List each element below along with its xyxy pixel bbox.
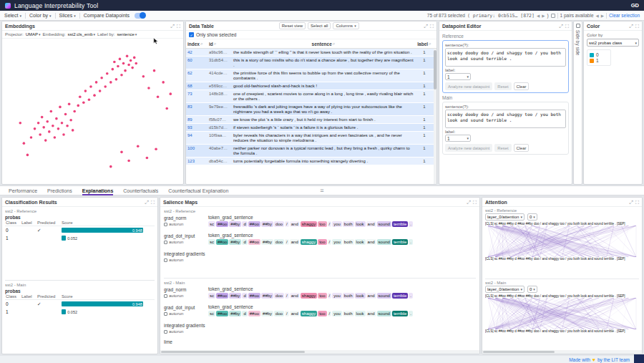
salience-token[interactable]: / (285, 311, 289, 316)
columns-dropdown[interactable]: Columns▾ (333, 22, 358, 29)
prev-datapoint-button[interactable]: ◀ (537, 14, 540, 18)
salience-token[interactable]: ##oo (216, 311, 228, 316)
embedding-point[interactable] (99, 89, 102, 92)
embedding-point[interactable] (122, 62, 125, 65)
salience-token[interactable]: ##oo (248, 221, 260, 227)
reset-button[interactable]: Reset (494, 144, 511, 152)
embedding-point[interactable] (57, 127, 60, 130)
drag-handle-icon[interactable]: ≡ (320, 186, 323, 195)
select-menu[interactable]: Select▾ (4, 13, 21, 18)
table-row[interactable]: 10040abe7…neither parker nor donovan is … (186, 145, 434, 158)
label-select[interactable]: 1▾ (445, 135, 471, 142)
vertical-scrollbar[interactable] (434, 49, 436, 184)
popout-icon[interactable]: ⤢ (424, 24, 428, 29)
tab-predictions[interactable]: Predictions (47, 186, 72, 195)
tab-explanations[interactable]: Explanations (82, 186, 114, 195)
salience-token[interactable]: look (355, 311, 366, 316)
salience-token[interactable]: too (318, 293, 326, 299)
salience-token[interactable]: and (290, 221, 300, 227)
layer-select[interactable]: layer_0/attention▾ (485, 213, 525, 221)
column-header-index[interactable]: index⌕ (186, 41, 208, 47)
autorun-control[interactable]: autorun (164, 311, 208, 316)
embedding-point[interactable] (157, 95, 160, 98)
embedding-point[interactable] (130, 59, 132, 62)
embedding-point[interactable] (61, 122, 64, 125)
search-icon[interactable]: ⌕ (200, 41, 203, 47)
salience-token[interactable]: terrible (392, 221, 408, 227)
salience-token[interactable]: sc (208, 221, 215, 227)
embedding-point[interactable] (100, 77, 103, 79)
reset-button[interactable]: Reset (494, 82, 511, 90)
salience-token[interactable]: shaggy (301, 311, 317, 316)
embedding-point[interactable] (30, 136, 33, 139)
salience-token[interactable]: d (242, 221, 247, 227)
color-by-select[interactable]: sst2 probas class▾ (587, 39, 639, 47)
salience-token[interactable]: / (328, 293, 332, 299)
embedding-point[interactable] (50, 110, 53, 113)
embedding-point[interactable] (62, 133, 65, 136)
embedding-point[interactable] (69, 119, 72, 122)
next-datapoint-button[interactable]: ▶ (542, 14, 545, 18)
salience-token[interactable]: and (290, 239, 300, 245)
salience-token[interactable]: and (366, 221, 376, 227)
embedding-point[interactable] (52, 125, 54, 127)
head-select[interactable]: 0▾ (527, 286, 537, 293)
salience-token[interactable]: . (409, 221, 413, 227)
salience-token[interactable]: and (366, 311, 376, 316)
column-header-label[interactable]: label⌕ (415, 41, 434, 47)
embedding-point[interactable] (120, 74, 123, 77)
salience-token[interactable]: . (409, 293, 413, 299)
salience-token[interactable]: ##by (229, 239, 241, 245)
search-icon[interactable]: ⌕ (333, 41, 336, 47)
salience-token[interactable]: look (355, 293, 366, 299)
salience-token[interactable]: too (318, 239, 326, 245)
salience-token[interactable]: / (328, 311, 332, 316)
embedding-point[interactable] (68, 103, 71, 106)
salience-token[interactable]: d (242, 239, 247, 245)
tab-performance[interactable]: Performance (9, 186, 37, 195)
only-show-selected-checkbox[interactable]: ✓ (189, 32, 194, 37)
embedding-point[interactable] (26, 154, 29, 157)
embedding-point[interactable] (131, 67, 134, 69)
table-row[interactable]: 73148b38…one of creepiest , scariest mov… (186, 90, 434, 103)
popout-icon[interactable]: ⤢ (559, 24, 563, 29)
salience-token[interactable]: shaggy (301, 239, 317, 245)
embedding-point[interactable] (41, 116, 44, 119)
embedding-point[interactable] (39, 133, 42, 136)
popout-icon[interactable]: ⤢ (629, 24, 633, 29)
corner-widget[interactable] (634, 354, 644, 363)
popout-icon[interactable]: ⤢ (467, 200, 471, 205)
embedding-point[interactable] (82, 102, 85, 105)
embedding-point[interactable] (55, 117, 58, 120)
search-icon[interactable]: ⌕ (429, 41, 431, 47)
embedding-point[interactable] (120, 151, 123, 154)
embedding-point[interactable] (72, 129, 74, 132)
salience-token[interactable]: / (285, 239, 289, 245)
embedding-point[interactable] (124, 69, 127, 72)
autorun-control[interactable]: autorun (164, 258, 208, 262)
embedding-point[interactable] (117, 65, 119, 68)
salience-token[interactable]: shaggy (301, 293, 317, 299)
salience-token[interactable]: ##oo (216, 239, 228, 245)
salience-token[interactable]: you (332, 239, 342, 245)
maximize-icon[interactable]: ⛶ (430, 24, 434, 29)
embedding-point[interactable] (19, 122, 22, 125)
embedding-point[interactable] (137, 145, 140, 147)
embedding-point[interactable] (146, 157, 149, 160)
pin-datapoint-icon[interactable] (551, 14, 555, 18)
salience-token[interactable]: look (355, 239, 366, 245)
checkbox-icon[interactable] (164, 330, 167, 334)
clear-button[interactable]: Clear (514, 144, 530, 152)
embedding-point[interactable] (48, 130, 51, 133)
salience-token[interactable]: ##by (261, 239, 273, 245)
table-row[interactable]: 123dba54c…turns potentially forgettable … (186, 158, 434, 165)
salience-token[interactable]: . (409, 311, 413, 316)
checkbox-icon[interactable] (164, 258, 167, 262)
embedding-point[interactable] (126, 55, 129, 58)
salience-token[interactable]: sound (377, 239, 391, 245)
embedding-point[interactable] (77, 105, 79, 107)
analyze-button[interactable]: Analyze new datapoint (445, 82, 492, 90)
scrollbar-thumb[interactable] (161, 351, 305, 353)
projector-select[interactable]: UMAP▾ (26, 32, 41, 37)
maximize-icon[interactable]: ⛶ (565, 24, 569, 29)
